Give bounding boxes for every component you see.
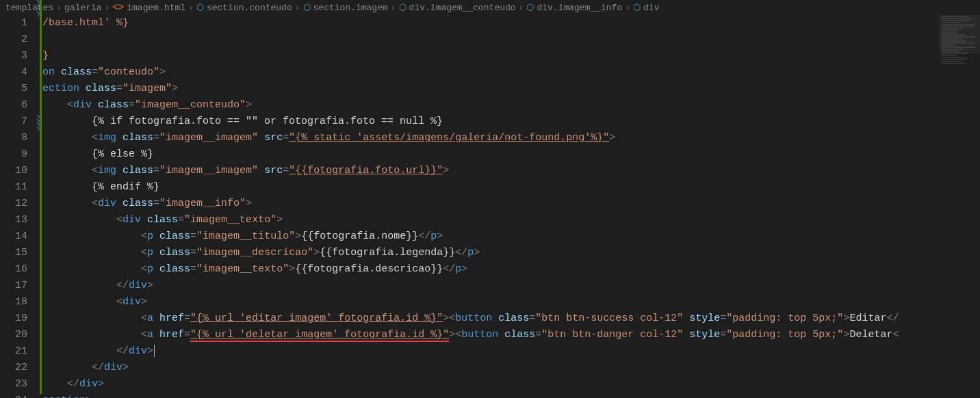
html-icon: <>: [112, 2, 124, 13]
breadcrumb-item[interactable]: templates: [5, 3, 53, 13]
code-line[interactable]: /base.html' %}: [42, 15, 980, 31]
minimap-viewport[interactable]: [939, 15, 980, 53]
attr-token: href: [159, 313, 184, 324]
line-number: 23: [0, 376, 27, 393]
breadcrumb-item[interactable]: div.imagem__info: [537, 3, 622, 13]
line-number-gutter: 123456789101112131415161718192021222324: [0, 15, 40, 398]
code-line[interactable]: }: [42, 48, 980, 64]
code-line[interactable]: <p class="imagem__texto">{{fotografia.de…: [42, 261, 980, 278]
breadcrumb-item[interactable]: imagem.html: [127, 3, 185, 13]
code-text: {{fotografia.descricao}}: [295, 263, 443, 275]
tag-token: button: [455, 313, 492, 324]
line-number: 1: [0, 15, 27, 31]
code-line[interactable]: <div class="imagem__info">: [42, 196, 980, 212]
string-token: "imagem__info": [159, 198, 246, 209]
code-line[interactable]: <div class="imagem__conteudo">: [42, 97, 980, 114]
string-token: "{% url 'deletar_imagem' fotografia.id %…: [190, 329, 449, 342]
attr-token: class: [61, 66, 92, 78]
string-token: "{% url 'editar_imagem' fotografia.id %}…: [190, 313, 443, 324]
breadcrumb-item[interactable]: section.conteudo: [207, 3, 292, 13]
tag-token: p: [147, 230, 153, 242]
breadcrumb-item[interactable]: div: [643, 3, 659, 13]
attr-token: style: [689, 329, 720, 341]
tag-token: section: [42, 395, 86, 398]
code-line[interactable]: </div>: [42, 278, 980, 294]
chevron-right-icon: ›: [295, 3, 300, 13]
attr-token: class: [122, 132, 153, 144]
code-text: {% if fotografia.foto == "" or fotografi…: [92, 116, 443, 127]
line-number: 10: [0, 163, 27, 179]
line-number: 6: [0, 97, 27, 114]
minimap[interactable]: [939, 15, 980, 398]
code-text: {% else %}: [92, 148, 153, 160]
tag-token: div: [98, 198, 116, 209]
tag-token: button: [461, 329, 498, 341]
line-number: 24: [0, 393, 27, 398]
tag-token: div: [122, 214, 141, 226]
attr-token: class: [159, 263, 190, 275]
code-text: }: [42, 50, 49, 62]
attr-token: class: [122, 165, 153, 176]
attr-token: class: [147, 214, 178, 226]
code-text: /base.html' %}: [42, 17, 129, 29]
code-line[interactable]: <div class="imagem__texto">: [42, 212, 980, 228]
attr-token: src: [264, 165, 283, 176]
breadcrumb-item[interactable]: div.imagem__conteudo: [409, 3, 516, 13]
tag-token: p: [147, 247, 153, 258]
text-cursor: [154, 345, 155, 357]
code-line[interactable]: {% if fotografia.foto == "" or fotografi…: [42, 114, 980, 130]
cube-icon: ⬡: [633, 2, 641, 13]
tag-token: on: [42, 66, 61, 78]
breadcrumb: templates›galeria›<>imagem.html›⬡section…: [0, 0, 980, 15]
string-token: "imagem__conteudo": [135, 99, 246, 111]
line-number: 21: [0, 343, 27, 360]
line-number: 18: [0, 294, 27, 310]
cube-icon: ⬡: [196, 2, 204, 13]
code-line[interactable]: on class="conteudo">: [42, 64, 980, 81]
code-line[interactable]: <img class="imagem__imagem" src="{% stat…: [42, 130, 980, 146]
code-line[interactable]: <div>: [42, 294, 980, 310]
chevron-right-icon: ›: [188, 3, 194, 13]
attr-token: class: [159, 230, 190, 242]
code-line[interactable]: </div>: [42, 343, 980, 360]
code-line[interactable]: <p class="imagem__descricao">{{fotografi…: [42, 245, 980, 261]
line-number: 12: [0, 196, 27, 212]
code-line[interactable]: {% else %}: [42, 146, 980, 163]
tag-token: div: [104, 362, 122, 373]
attr-token: class: [498, 313, 529, 324]
code-line[interactable]: {% endif %}: [42, 179, 980, 196]
code-line[interactable]: [42, 31, 980, 48]
string-token: "imagem__imagem": [159, 132, 258, 144]
tag-token: img: [98, 132, 116, 144]
code-line[interactable]: <p class="imagem__titulo">{{fotografia.n…: [42, 228, 980, 245]
code-line[interactable]: ection class="imagem">: [42, 81, 980, 97]
attr-token: class: [98, 99, 129, 111]
code-line[interactable]: </div>: [42, 376, 980, 393]
breadcrumb-item[interactable]: galeria: [64, 3, 102, 13]
code-line[interactable]: section>: [42, 393, 980, 398]
line-number: 19: [0, 310, 27, 327]
code-line[interactable]: </div>: [42, 360, 980, 376]
line-number: 4: [0, 64, 27, 81]
code-editor[interactable]: 123456789101112131415161718192021222324 …: [0, 15, 980, 398]
string-token: "btn btn-success col-12": [535, 313, 683, 324]
chevron-right-icon: ›: [519, 3, 524, 13]
attr-token: src: [264, 132, 283, 144]
string-token: "{{fotografia.foto.url}}": [289, 165, 443, 176]
attr-token: href: [159, 329, 184, 341]
attr-token: class: [86, 83, 116, 94]
code-area[interactable]: /base.html' %} } on class="conteudo"> ec…: [40, 15, 980, 398]
chevron-right-icon: ›: [625, 3, 630, 13]
line-number: 13: [0, 212, 27, 228]
cube-icon: ⬡: [303, 2, 311, 13]
code-text: Editar: [849, 313, 886, 324]
code-line[interactable]: <img class="imagem__imagem" src="{{fotog…: [42, 163, 980, 179]
code-line[interactable]: <a href="{% url 'editar_imagem' fotograf…: [42, 310, 980, 327]
line-number: 22: [0, 360, 27, 376]
tag-token: p: [147, 263, 153, 275]
string-token: "btn btn-danger col-12": [541, 329, 683, 341]
code-line[interactable]: <a href="{% url 'deletar_imagem' fotogra…: [42, 327, 980, 343]
attr-token: class: [122, 198, 153, 209]
breadcrumb-item[interactable]: section.imagem: [313, 3, 388, 13]
tag-token: div: [73, 99, 92, 111]
